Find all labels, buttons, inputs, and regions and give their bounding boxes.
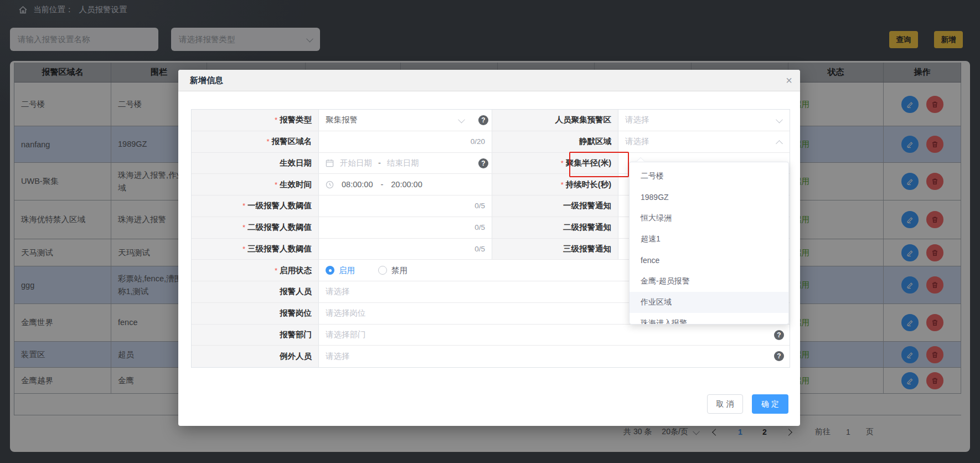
help-icon[interactable]: ?	[478, 115, 488, 125]
alarm-type-value: 聚集报警	[326, 115, 358, 125]
time-separator: -	[380, 180, 383, 189]
dropdown-panel: 二号楼1989GZ恒大绿洲超速1fence金鹰-超员报警作业区域珠海进入报警	[629, 162, 789, 325]
dropdown-option[interactable]: 二号楼	[630, 166, 788, 187]
dropdown-option[interactable]: 珠海进入报警	[630, 313, 788, 325]
area-name-input[interactable]: 0/20	[319, 131, 492, 152]
help-icon[interactable]: ?	[774, 330, 784, 340]
field-label-l2-threshold: *二级报警人数阈值	[192, 217, 319, 238]
l3-threshold-input[interactable]: 0/5	[319, 239, 492, 260]
field-label-enable-status: *启用状态	[192, 260, 319, 281]
char-counter: 0/20	[471, 137, 485, 146]
end-date-placeholder: 结束日期	[387, 158, 419, 168]
l2-threshold-input[interactable]: 0/5	[319, 217, 492, 238]
screen: 当前位置： 人员报警设置 请输入报警设置名称 请选择报警类型 查询 新增 报警区…	[0, 0, 980, 463]
start-time-value: 08:00:00	[342, 180, 373, 189]
modal-title: 新增信息	[190, 75, 223, 86]
field-label-gather-warn-area: 人员聚集预警区	[492, 110, 618, 131]
field-label-duration: *持续时长(秒)	[492, 174, 618, 195]
field-label-effective-date: 生效日期	[192, 153, 319, 174]
dropdown-option[interactable]: 恒大绿洲	[630, 208, 788, 229]
l1-threshold-input[interactable]: 0/5	[319, 196, 492, 217]
radio-enabled[interactable]	[326, 266, 334, 275]
effective-time-field[interactable]: 08:00:00 - 20:00:00	[319, 174, 492, 195]
field-label-effective-time: *生效时间	[192, 174, 319, 195]
field-label-except-person: 例外人员	[192, 346, 319, 367]
close-icon[interactable]: ×	[786, 75, 792, 86]
effective-date-field[interactable]: 开始日期 - 结束日期 ?	[319, 153, 492, 174]
field-label-alarm-person: 报警人员	[192, 281, 319, 302]
alarm-dept-field[interactable]: 请选择部门 ?	[319, 325, 790, 346]
radio-disabled[interactable]	[378, 266, 387, 275]
gather-warn-area-field[interactable]: 请选择	[618, 110, 790, 131]
clock-icon	[326, 181, 334, 189]
field-label-l2-notify: 二级报警通知	[492, 217, 618, 238]
alarm-type-field[interactable]: 聚集报警 ?	[319, 110, 492, 131]
radio-enabled-label: 启用	[339, 265, 355, 276]
end-time-value: 20:00:00	[391, 180, 422, 189]
field-label-l1-notify: 一级报警通知	[492, 196, 618, 217]
dropdown-caret	[637, 158, 644, 162]
chevron-down-icon	[776, 116, 783, 124]
confirm-button[interactable]: 确 定	[752, 394, 788, 414]
field-label-alarm-dept: 报警部门	[192, 325, 319, 346]
dropdown-option[interactable]: 超速1	[630, 229, 788, 250]
silent-area-dropdown: 二号楼1989GZ恒大绿洲超速1fence金鹰-超员报警作业区域珠海进入报警	[629, 162, 789, 325]
field-label-silent-area: 静默区域	[492, 131, 618, 152]
field-label-gather-radius: *聚集半径(米)	[492, 153, 618, 174]
field-label-l3-notify: 三级报警通知	[492, 239, 618, 260]
cancel-button[interactable]: 取 消	[707, 394, 743, 414]
modal-header: 新增信息 ×	[178, 70, 800, 91]
dropdown-option[interactable]: 1989GZ	[630, 187, 788, 208]
silent-area-field[interactable]: 请选择	[618, 131, 790, 152]
field-label-l1-threshold: *一级报警人数阈值	[192, 196, 319, 217]
except-person-field[interactable]: 请选择 ?	[319, 346, 790, 367]
field-label-alarm-post: 报警岗位	[192, 303, 319, 324]
start-date-placeholder: 开始日期	[340, 158, 372, 168]
field-label-area-name: *报警区域名	[192, 131, 319, 152]
field-label-l3-threshold: *三级报警人数阈值	[192, 239, 319, 260]
calendar-icon	[326, 159, 334, 167]
date-separator: -	[378, 158, 381, 167]
help-icon[interactable]: ?	[478, 158, 488, 168]
field-label-alarm-type: *报警类型	[192, 110, 319, 131]
dropdown-option[interactable]: 金鹰-超员报警	[630, 271, 788, 292]
radio-disabled-label: 禁用	[391, 265, 408, 276]
chevron-down-icon	[458, 116, 465, 124]
help-icon[interactable]: ?	[774, 351, 784, 361]
dropdown-option[interactable]: 作业区域	[630, 292, 788, 313]
dropdown-option[interactable]: fence	[630, 250, 788, 271]
chevron-up-icon	[776, 140, 783, 147]
